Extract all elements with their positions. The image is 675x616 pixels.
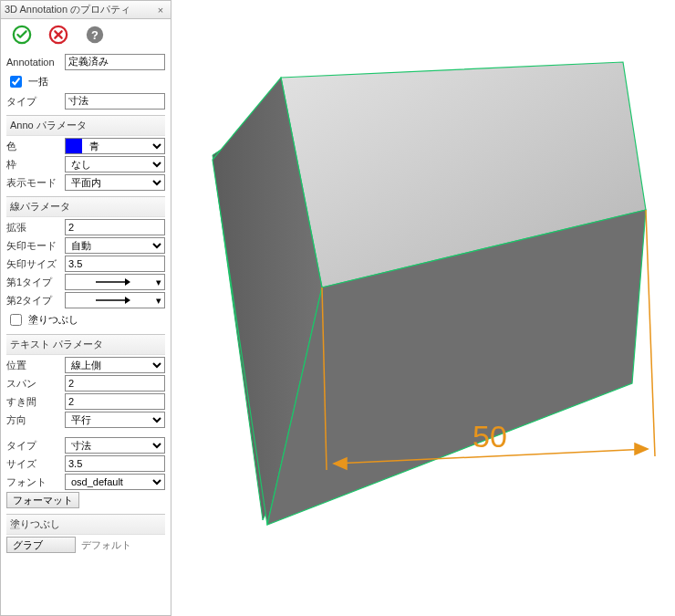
annotation-value: 定義済み bbox=[65, 54, 165, 70]
help-icon[interactable]: ? bbox=[85, 25, 105, 45]
svg-marker-12 bbox=[635, 444, 648, 454]
dir-label: 方向 bbox=[6, 413, 59, 427]
frame-label: 枠 bbox=[6, 158, 59, 172]
type1-label: 第1タイプ bbox=[6, 276, 59, 289]
type-value: 寸法 bbox=[65, 93, 165, 110]
annotation-label: Annotation bbox=[6, 57, 59, 68]
type-label: タイプ bbox=[6, 95, 59, 109]
svg-marker-5 bbox=[125, 278, 130, 286]
fill-checkbox[interactable] bbox=[10, 314, 22, 326]
fill-head: 塗りつぶし bbox=[6, 514, 165, 535]
ext-input[interactable] bbox=[65, 219, 165, 235]
text-params-head: テキスト パラメータ bbox=[6, 334, 165, 355]
grab-button[interactable]: グラブ bbox=[6, 537, 76, 553]
type2-select[interactable]: ▾ bbox=[65, 292, 165, 308]
close-icon[interactable]: × bbox=[154, 4, 167, 16]
svg-line-9 bbox=[646, 210, 655, 456]
panel-title: 3D Annotation のプロパティ bbox=[5, 3, 151, 16]
dispmode-label: 表示モード bbox=[6, 176, 59, 190]
format-button[interactable]: フォーマット bbox=[6, 492, 79, 508]
panel-title-bar: 3D Annotation のプロパティ × bbox=[1, 1, 171, 19]
t-type-select[interactable]: 寸法 bbox=[65, 437, 165, 454]
font-select[interactable]: osd_default bbox=[65, 474, 165, 490]
default-label: デフォルト bbox=[81, 538, 131, 552]
panel-content: Annotation 定義済み 一括 タイプ 寸法 Anno パラメータ 色 青… bbox=[1, 50, 171, 560]
arrowsize-label: 矢印サイズ bbox=[6, 257, 59, 271]
ext-label: 拡張 bbox=[6, 221, 59, 235]
pos-select[interactable]: 線上側 bbox=[65, 357, 165, 373]
dispmode-select[interactable]: 平面内 bbox=[65, 174, 165, 191]
properties-panel: 3D Annotation のプロパティ × ? Annotation 定義済み… bbox=[0, 0, 171, 616]
dimension-text: 50 bbox=[472, 419, 507, 454]
arrow-right-icon bbox=[68, 277, 156, 287]
color-label: 色 bbox=[6, 140, 59, 153]
chevron-down-icon: ▾ bbox=[156, 277, 161, 288]
gap-input[interactable] bbox=[65, 393, 165, 410]
ok-icon[interactable] bbox=[12, 25, 32, 45]
gap-label: すき間 bbox=[6, 395, 59, 409]
batch-checkbox[interactable] bbox=[10, 76, 22, 88]
font-label: フォント bbox=[6, 475, 59, 489]
span-label: スパン bbox=[6, 377, 59, 391]
arrow-right-icon bbox=[68, 296, 156, 305]
t-size-label: サイズ bbox=[6, 457, 59, 471]
cancel-icon[interactable] bbox=[48, 25, 68, 45]
t-size-input[interactable] bbox=[65, 455, 165, 472]
viewport-3d[interactable]: 50 bbox=[171, 0, 675, 616]
svg-marker-7 bbox=[125, 297, 130, 304]
dir-select[interactable]: 平行 bbox=[65, 412, 165, 428]
svg-text:?: ? bbox=[91, 28, 99, 42]
arrowmode-label: 矢印モード bbox=[6, 239, 59, 253]
t-type-label: タイプ bbox=[6, 439, 59, 453]
arrowsize-input[interactable] bbox=[65, 256, 165, 272]
line-params-head: 線パラメータ bbox=[6, 196, 165, 217]
frame-select[interactable]: なし bbox=[65, 156, 165, 172]
line-fill-label: 塗りつぶし bbox=[28, 313, 78, 327]
pos-label: 位置 bbox=[6, 359, 59, 372]
anno-params-head: Anno パラメータ bbox=[6, 115, 165, 136]
batch-label: 一括 bbox=[28, 75, 48, 89]
type2-label: 第2タイプ bbox=[6, 294, 59, 308]
action-row: ? bbox=[1, 19, 171, 50]
arrowmode-select[interactable]: 自動 bbox=[65, 237, 165, 254]
color-select[interactable]: 青 bbox=[65, 138, 165, 154]
type1-select[interactable]: ▾ bbox=[65, 274, 165, 290]
chevron-down-icon: ▾ bbox=[156, 295, 161, 307]
span-input[interactable] bbox=[65, 375, 165, 392]
